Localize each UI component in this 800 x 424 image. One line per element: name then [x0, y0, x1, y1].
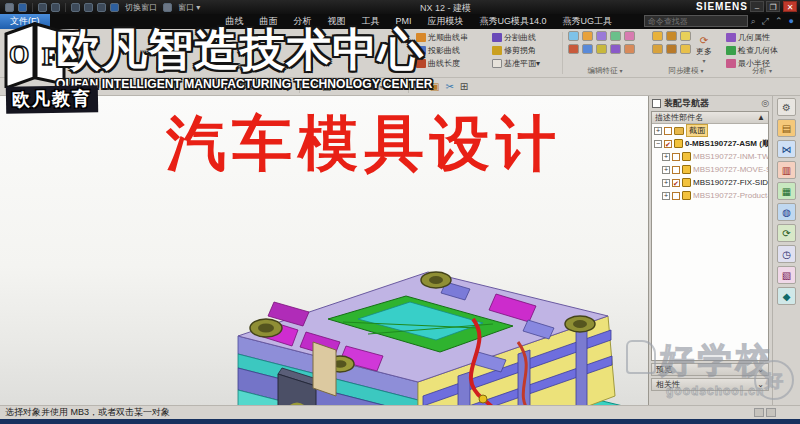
- checkbox[interactable]: ✔: [664, 140, 672, 148]
- expand-icon[interactable]: +: [662, 179, 670, 187]
- constraint-navigator-icon[interactable]: ⋈: [777, 140, 796, 158]
- fullscreen-icon[interactable]: ⤢: [762, 16, 769, 27]
- tab-yanxiu-mold[interactable]: 燕秀UG模具14.0: [472, 14, 555, 29]
- edit-feature-icon[interactable]: [596, 44, 607, 54]
- redo-icon[interactable]: [51, 3, 60, 12]
- shaded-view-icon[interactable]: ◧▾: [370, 78, 382, 95]
- sort-ascending-icon[interactable]: ▲: [757, 113, 765, 122]
- expand-icon[interactable]: +: [662, 192, 670, 200]
- edit-feature-group-label[interactable]: 编辑特征 ▾: [568, 66, 642, 76]
- grid-view-icon[interactable]: ▦▾: [352, 78, 364, 95]
- section-icon[interactable]: ✂: [445, 79, 453, 95]
- more-button[interactable]: ⟳ 更多▾: [696, 31, 712, 67]
- preview-section-bar[interactable]: 预览⌄: [651, 363, 769, 376]
- restore-part-icon[interactable]: ▫: [72, 96, 74, 108]
- save-icon[interactable]: [18, 3, 27, 12]
- checkbox[interactable]: ✔: [672, 179, 680, 187]
- window-menu[interactable]: 窗口 ▾: [178, 2, 200, 13]
- expand-icon[interactable]: +: [654, 127, 662, 135]
- display-mode-icon[interactable]: ⊞: [460, 79, 468, 95]
- divide-curve-button[interactable]: 分割曲线: [492, 31, 558, 44]
- analysis-group-label[interactable]: 分析 ▾: [726, 66, 798, 76]
- viewport-3d-model[interactable]: [178, 224, 640, 405]
- expand-icon[interactable]: +: [662, 166, 670, 174]
- edit-feature-icon[interactable]: [624, 44, 635, 54]
- checkbox[interactable]: [672, 166, 680, 174]
- close-button[interactable]: ✕: [783, 1, 797, 12]
- undo-icon[interactable]: [38, 3, 47, 12]
- tree-column-header[interactable]: 描述性部件名 ▲: [652, 112, 768, 124]
- smooth-curve-string-button[interactable]: 光顺曲线串: [416, 31, 488, 44]
- sync-modeling-group-label[interactable]: 同步建模 ▾: [652, 66, 720, 76]
- sync-modeling-icon[interactable]: [652, 31, 663, 41]
- edit-feature-icon[interactable]: [582, 31, 593, 41]
- orient-view-icon[interactable]: ◳: [322, 79, 331, 95]
- tab-application[interactable]: 应用模块: [420, 14, 472, 29]
- switch-window-icon[interactable]: [110, 3, 119, 12]
- switch-window-label[interactable]: 切换窗口: [125, 2, 157, 13]
- gear-icon[interactable]: ⚙: [777, 98, 796, 116]
- clip-icon[interactable]: [766, 408, 776, 417]
- copy-icon[interactable]: [84, 3, 93, 12]
- tab-analysis[interactable]: 分析: [286, 14, 320, 29]
- close-part-icon[interactable]: ✕: [79, 96, 85, 108]
- crosshair-icon[interactable]: ✛: [247, 79, 255, 95]
- checkbox[interactable]: [672, 153, 680, 161]
- curve-length-button[interactable]: 曲线长度: [416, 57, 488, 70]
- edit-feature-icon[interactable]: [624, 31, 635, 41]
- restore-button[interactable]: ❐: [766, 1, 780, 12]
- rotate-view-icon[interactable]: ↻: [337, 79, 345, 95]
- menu-icon[interactable]: [5, 3, 14, 12]
- graphics-viewport[interactable]: MBS190727-ASM ▫ ✕: [0, 96, 648, 405]
- datum-plane-button[interactable]: 基准平面 ▾: [492, 57, 558, 70]
- examine-geometry-button[interactable]: 检查几何体: [726, 44, 798, 57]
- minimize-ribbon-icon[interactable]: ⌃: [775, 16, 783, 26]
- checkbox[interactable]: [672, 192, 680, 200]
- panel-options-icon[interactable]: ◎: [761, 98, 769, 108]
- alert-log-icon[interactable]: [754, 408, 764, 417]
- edit-feature-icon[interactable]: [582, 44, 593, 54]
- layers-icon[interactable]: ▦: [777, 182, 796, 200]
- assembly-navigator-icon[interactable]: ▤: [777, 119, 796, 137]
- tab-surface[interactable]: 曲面: [252, 14, 286, 29]
- part-window-tab[interactable]: MBS190727-ASM ▫ ✕: [8, 96, 88, 108]
- render-style-icon[interactable]: ◍▾: [389, 78, 401, 95]
- expand-icon[interactable]: +: [662, 153, 670, 161]
- cut-icon[interactable]: [71, 3, 80, 12]
- tree-row-component[interactable]: + MBS190727-INM-TW-S...: [652, 150, 768, 163]
- edit-feature-icon[interactable]: [568, 31, 579, 41]
- tab-yanxiu-tools[interactable]: 燕秀UG工具: [555, 14, 621, 29]
- edit-feature-icon[interactable]: [610, 44, 621, 54]
- tree-row-component[interactable]: + ✔ MBS190727-FIX-SIDE: [652, 176, 768, 189]
- history-icon[interactable]: ◷: [777, 245, 796, 263]
- window-icon[interactable]: [163, 3, 172, 12]
- arc-tool-icon[interactable]: ◠: [269, 79, 278, 95]
- panel-pin-icon[interactable]: [652, 99, 661, 108]
- solid-tool-icon[interactable]: ◆: [284, 79, 292, 95]
- window-select-icon[interactable]: ▭: [307, 79, 316, 95]
- sync-modeling-icon[interactable]: [652, 44, 663, 54]
- reuse-library-icon[interactable]: ⟳: [777, 224, 796, 242]
- measure-icon[interactable]: ✎: [416, 79, 424, 95]
- edit-feature-icon[interactable]: [568, 44, 579, 54]
- tree-row-component[interactable]: + MBS190727-Product-1...: [652, 189, 768, 202]
- annotation-icon[interactable]: ▣: [430, 79, 439, 95]
- sync-modeling-icon[interactable]: [680, 44, 691, 54]
- dependencies-section-bar[interactable]: 相关性⌄: [651, 378, 769, 391]
- system-materials-icon[interactable]: ◆: [777, 287, 796, 305]
- web-browser-icon[interactable]: ◍: [777, 203, 796, 221]
- tab-file[interactable]: 文件(F): [0, 14, 50, 29]
- paste-icon[interactable]: [97, 3, 106, 12]
- tab-view[interactable]: 视图: [320, 14, 354, 29]
- edit-feature-icon[interactable]: [610, 31, 621, 41]
- checkbox[interactable]: [664, 127, 672, 135]
- snap-point-icon[interactable]: ○: [235, 79, 241, 95]
- tree-row-component[interactable]: + MBS190727-MOVE-SIDE: [652, 163, 768, 176]
- help-icon[interactable]: ●: [789, 16, 794, 26]
- roles-icon[interactable]: ▧: [777, 266, 796, 284]
- tab-tools[interactable]: 工具: [354, 14, 388, 29]
- line-tool-icon[interactable]: ∕: [261, 79, 263, 95]
- edit-feature-icon[interactable]: [596, 31, 607, 41]
- search-icon[interactable]: ⌕: [751, 16, 756, 27]
- tree-row-sections[interactable]: + 截面: [652, 124, 768, 137]
